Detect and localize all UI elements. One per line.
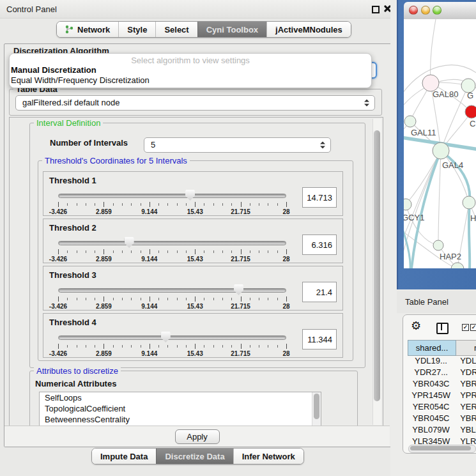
tab-select[interactable]: Select: [155, 22, 197, 37]
threshold-value-field[interactable]: 6.316: [302, 234, 337, 255]
tick-mark: [141, 203, 141, 206]
tick-label: -3.426: [49, 350, 67, 357]
table-cell: YDL1: [454, 356, 476, 367]
tick-mark: [204, 203, 204, 206]
mac-zoom-button[interactable]: [433, 6, 441, 15]
network-node-h[interactable]: [463, 196, 475, 209]
tab-style[interactable]: Style: [118, 22, 155, 37]
table-row[interactable]: YBR043CYBR0: [408, 379, 476, 390]
table-row[interactable]: YBL079WYBL0: [408, 425, 476, 436]
tick-mark: [141, 345, 141, 348]
checkbox-icon[interactable]: ✓: [462, 324, 469, 331]
scrollbar-thumb[interactable]: [410, 446, 471, 450]
tick-mark: [131, 203, 132, 206]
tick-mark: [67, 298, 68, 300]
attribute-list-item[interactable]: SelfLoops: [40, 392, 321, 403]
apply-button[interactable]: Apply: [175, 429, 220, 444]
tab-infer-network[interactable]: Infer Network: [233, 449, 303, 464]
tab-jactivemnodules[interactable]: jActiveMNodules: [266, 22, 351, 37]
thresholds-group-title: Threshold's Coordinates for 5 Intervals: [42, 156, 190, 165]
tick-label: 2.859: [96, 256, 112, 263]
threshold-value-field[interactable]: 11.344: [302, 329, 337, 349]
column-layout-icon[interactable]: [436, 323, 449, 334]
tick-mark: [222, 345, 223, 348]
table-row[interactable]: YLR345WYLR3: [408, 436, 476, 444]
tick-mark: [250, 298, 250, 300]
tick-mark: [158, 345, 159, 348]
tab-label: Style: [127, 25, 147, 35]
tab-discretize-data[interactable]: Discretize Data: [156, 449, 233, 464]
tab-cyni-toolbox[interactable]: Cyni Toolbox: [197, 22, 266, 37]
float-window-icon[interactable]: [372, 6, 380, 13]
slider-thumb[interactable]: [125, 237, 134, 248]
slider-track[interactable]: [58, 288, 286, 293]
tick-label: 15.43: [187, 350, 203, 357]
network-node-gal11[interactable]: [404, 116, 416, 127]
settings-vertical-scrollbar[interactable]: [372, 119, 381, 425]
table-row[interactable]: YBR045CYBR0: [408, 413, 476, 425]
tick-label: 9.144: [141, 208, 157, 215]
table-row[interactable]: YPR145WYPR1: [408, 390, 476, 402]
checkbox-icon[interactable]: ✓: [470, 324, 476, 331]
network-window-titlebar[interactable]: [404, 2, 476, 20]
tick-mark: [122, 250, 123, 253]
network-canvas[interactable]: GAL80GCGAL11GAL4GCY1HHAP2: [404, 19, 476, 268]
dropdown-option[interactable]: Equal Width/Frequency Discretization: [11, 75, 150, 85]
node-table: shared...n YDL19...YDL1YDR27...YDR2YBR04…: [408, 340, 476, 444]
threshold-slider[interactable]: -3.4262.8599.14415.4321.71528: [58, 284, 286, 309]
table-row[interactable]: YER054CYER0: [408, 402, 476, 413]
table-rows: YDL19...YDL1YDR27...YDR2YBR043CYBR0YPR14…: [408, 356, 476, 444]
tick-mark: [186, 203, 187, 206]
scrollbar-thumb[interactable]: [314, 394, 319, 419]
number-of-intervals-combobox[interactable]: 5: [144, 137, 331, 153]
gear-icon[interactable]: ⚙: [411, 320, 421, 332]
table-cell: YLR3: [454, 436, 476, 444]
attributes-scrollbar[interactable]: [312, 392, 321, 427]
tick-label: 2.859: [96, 208, 112, 215]
scrollbar-thumb[interactable]: [374, 130, 380, 401]
slider-thumb[interactable]: [185, 190, 195, 201]
threshold-slider[interactable]: -3.4262.8599.14415.4321.71528: [58, 332, 286, 356]
tab-network[interactable]: Network: [57, 22, 118, 37]
table-row[interactable]: YDR27...YDR2: [408, 367, 476, 379]
table-horizontal-scrollbar[interactable]: [408, 445, 476, 453]
slider-thumb[interactable]: [161, 332, 171, 342]
column-header-shared[interactable]: shared...: [408, 340, 456, 356]
threshold-slider[interactable]: -3.4262.8599.14415.4321.71528: [58, 237, 286, 261]
attribute-list-item[interactable]: TopologicalCoefficient: [40, 403, 321, 414]
slider-track[interactable]: [58, 194, 286, 198]
threshold-value-field[interactable]: 14.713: [302, 187, 337, 208]
tab-impute-data[interactable]: Impute Data: [92, 449, 156, 464]
tick-mark: [177, 345, 178, 348]
tick-mark: [58, 202, 59, 207]
network-node-c[interactable]: [465, 105, 476, 118]
slider-tick-labels: -3.4262.8599.14415.4321.71528: [58, 256, 286, 263]
network-node-gcy1[interactable]: [404, 199, 411, 210]
mac-close-button[interactable]: [409, 6, 418, 15]
slider-ticks: [58, 202, 286, 208]
tick-mark: [259, 250, 259, 253]
tick-label: 28: [282, 303, 289, 310]
slider-track[interactable]: [58, 241, 286, 245]
column-header-n[interactable]: n: [456, 340, 476, 356]
table-row[interactable]: YDL19...YDL1: [408, 356, 476, 367]
slider-track[interactable]: [58, 335, 286, 340]
table-data-combobox[interactable]: galFiltered.sif default node: [15, 95, 375, 111]
tick-label: 21.715: [231, 256, 250, 263]
threshold-panel: Threshold 4 -3.4262.8599.14415.4321.7152…: [43, 313, 343, 358]
table-data-group: Table Data galFiltered.sif default node: [9, 89, 382, 116]
table-cell: YPR1: [454, 390, 476, 402]
network-node-gal4[interactable]: [433, 142, 449, 159]
tick-mark: [195, 344, 196, 349]
table-cell: YPR145W: [408, 390, 454, 402]
threshold-slider[interactable]: -3.4262.8599.14415.4321.71528: [58, 190, 286, 214]
slider-thumb[interactable]: [234, 284, 243, 295]
attribute-list-item[interactable]: BetweennessCentrality: [40, 414, 321, 425]
threshold-value-field[interactable]: 21.4: [302, 282, 337, 302]
mac-minimize-button[interactable]: [421, 6, 430, 15]
network-node-hap2[interactable]: [433, 240, 443, 250]
numerical-attributes-list[interactable]: SelfLoopsTopologicalCoefficientBetweenne…: [39, 392, 321, 427]
tick-mark: [131, 298, 132, 300]
dropdown-option[interactable]: Manual Discretization: [11, 65, 96, 75]
tick-mark: [167, 203, 168, 206]
